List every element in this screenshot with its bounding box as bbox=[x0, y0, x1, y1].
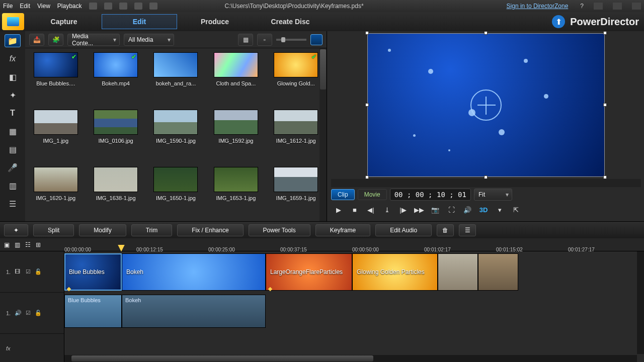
media-thumb[interactable]: IMG_1612-1.jpg bbox=[270, 110, 323, 162]
particle-room-icon[interactable]: ✦ bbox=[5, 88, 21, 102]
resize-handle-bc[interactable] bbox=[484, 175, 488, 179]
camera-icon[interactable]: 📷 bbox=[430, 205, 441, 215]
audio-clip[interactable]: Blue Bubbles bbox=[64, 295, 122, 328]
3d-dropdown-icon[interactable]: ▾ bbox=[494, 205, 505, 215]
center-crosshair-icon[interactable] bbox=[470, 89, 502, 121]
menu-view[interactable]: View bbox=[37, 3, 50, 10]
video-track-1-label[interactable]: 1.🎞 ☑ 🔓 bbox=[0, 251, 64, 293]
media-thumb[interactable]: ✔Blue Bubbles.... bbox=[29, 52, 82, 105]
fx-room-icon[interactable]: fx bbox=[5, 52, 21, 65]
menu-edit[interactable]: Edit bbox=[20, 3, 30, 10]
import-icon[interactable]: 📥 bbox=[29, 34, 44, 46]
video-clip[interactable]: Glowing Golden Particles bbox=[352, 253, 438, 291]
split-button[interactable]: Split bbox=[33, 224, 74, 236]
timeline-view-icon[interactable]: ▣ bbox=[4, 241, 10, 248]
close-icon[interactable] bbox=[632, 3, 641, 10]
thumb-zoom-slider[interactable] bbox=[276, 39, 306, 41]
timeline-vscroll[interactable] bbox=[637, 251, 644, 354]
video-clip[interactable]: Blue Bubbles bbox=[64, 253, 122, 291]
video-clip[interactable] bbox=[438, 253, 478, 291]
display-options-icon[interactable]: ⛶ bbox=[446, 205, 457, 215]
movie-mode-icon[interactable]: ⊞ bbox=[36, 241, 41, 248]
media-thumb[interactable]: IMG_1620-1.jpg bbox=[29, 167, 82, 219]
minimize-icon[interactable] bbox=[594, 3, 603, 10]
fix-enhance-button[interactable]: Fix / Enhance bbox=[177, 224, 243, 236]
volume-icon[interactable]: 🔊 bbox=[462, 205, 473, 215]
library-scrollbar[interactable] bbox=[319, 48, 327, 221]
title-room-icon[interactable]: T bbox=[5, 107, 21, 120]
subtitle-room-icon[interactable]: ☰ bbox=[5, 197, 21, 210]
audio-room-icon[interactable]: ▤ bbox=[5, 143, 21, 156]
mode-capture[interactable]: Capture bbox=[26, 15, 102, 29]
stop-icon[interactable]: ■ bbox=[349, 205, 360, 215]
signin-link[interactable]: Sign in to DirectorZone bbox=[507, 3, 569, 10]
plugin-icon[interactable]: 🧩 bbox=[48, 34, 63, 46]
magic-tools-button[interactable]: ✦ bbox=[4, 224, 28, 236]
resize-handle-tc[interactable] bbox=[484, 31, 488, 35]
trim-button[interactable]: Trim bbox=[131, 224, 173, 236]
track-visible-icon[interactable]: ☑ bbox=[26, 310, 31, 316]
playhead[interactable] bbox=[118, 245, 125, 252]
track-manager-icon[interactable]: ☷ bbox=[25, 241, 31, 248]
mode-produce[interactable]: Produce bbox=[177, 15, 253, 29]
preview-canvas[interactable] bbox=[367, 33, 605, 177]
menu-playback[interactable]: Playback bbox=[57, 3, 82, 10]
redo-icon[interactable] bbox=[119, 3, 127, 10]
pip-room-icon[interactable]: ◧ bbox=[5, 70, 21, 83]
fast-forward-icon[interactable]: ▶▶ bbox=[414, 205, 425, 215]
undo-icon[interactable] bbox=[104, 3, 112, 10]
media-thumb[interactable]: IMG_1592.jpg bbox=[209, 110, 262, 162]
prev-frame-icon[interactable]: ◀| bbox=[365, 205, 376, 215]
media-thumb[interactable]: ✔Glowing Gold... bbox=[270, 52, 323, 105]
track-lock-icon[interactable]: 🔓 bbox=[35, 310, 42, 316]
play-icon[interactable]: ▶ bbox=[333, 205, 344, 215]
take-snapshot-icon[interactable]: ⤓ bbox=[381, 205, 392, 215]
chapter-room-icon[interactable]: ▥ bbox=[5, 179, 21, 192]
resize-handle-tr[interactable] bbox=[603, 31, 607, 35]
preview-tab-clip[interactable]: Clip bbox=[331, 189, 355, 200]
large-thumb-icon[interactable] bbox=[310, 34, 323, 45]
timeline-hscroll[interactable] bbox=[64, 355, 637, 362]
preview-seekbar[interactable] bbox=[331, 179, 641, 187]
keyframe-button[interactable]: Keyframe bbox=[315, 224, 370, 236]
timeline-tracks[interactable]: Blue BubblesBokehLargeOrangeFlareParticl… bbox=[64, 251, 644, 362]
more-functions-icon[interactable]: ☰ bbox=[459, 224, 476, 236]
media-thumb[interactable]: IMG_1638-1.jpg bbox=[89, 167, 142, 219]
track-lock-icon[interactable]: 🔓 bbox=[35, 268, 42, 275]
grid-view-icon[interactable]: ▦ bbox=[238, 34, 253, 46]
fx-track-label[interactable]: fx bbox=[0, 334, 64, 362]
video-clip[interactable] bbox=[478, 253, 518, 291]
track-visible-icon[interactable]: ☑ bbox=[26, 268, 31, 275]
media-thumb[interactable]: Cloth and Spa... bbox=[209, 52, 262, 105]
mode-edit[interactable]: Edit bbox=[102, 14, 177, 29]
media-thumb[interactable]: IMG_1653-1.jpg bbox=[209, 167, 262, 219]
video-clip[interactable]: LargeOrangeFlareParticles bbox=[266, 253, 352, 291]
power-tools-button[interactable]: Power Tools bbox=[249, 224, 310, 236]
aspect-icon[interactable] bbox=[134, 3, 142, 10]
resize-handle-ml[interactable] bbox=[365, 103, 369, 107]
3d-icon[interactable]: 3D bbox=[478, 205, 489, 215]
edit-audio-button[interactable]: Edit Audio bbox=[375, 224, 432, 236]
storyboard-view-icon[interactable]: ▥ bbox=[15, 241, 20, 248]
modify-button[interactable]: Modify bbox=[79, 224, 126, 236]
mode-create-disc[interactable]: Create Disc bbox=[253, 15, 328, 29]
library-filter-dropdown[interactable]: Media Conte... bbox=[67, 34, 120, 46]
undock-icon[interactable]: ⇱ bbox=[510, 205, 521, 215]
upload-icon[interactable]: ⬆ bbox=[552, 15, 565, 28]
video-clip[interactable]: Bokeh bbox=[122, 253, 266, 291]
menu-file[interactable]: File bbox=[3, 3, 13, 10]
media-thumb[interactable]: IMG_0106.jpg bbox=[89, 110, 142, 162]
next-frame-icon[interactable]: |▶ bbox=[397, 205, 409, 215]
media-thumb[interactable]: IMG_1650-1.jpg bbox=[149, 167, 202, 219]
media-type-dropdown[interactable]: All Media bbox=[124, 34, 174, 46]
preview-tab-movie[interactable]: Movie bbox=[358, 189, 387, 200]
delete-icon[interactable]: 🗑 bbox=[437, 224, 454, 236]
voice-room-icon[interactable]: 🎤 bbox=[5, 161, 21, 174]
media-thumb[interactable]: IMG_1659-1.jpg bbox=[270, 167, 323, 219]
small-thumb-icon[interactable]: ▫ bbox=[257, 34, 272, 46]
zoom-fit-dropdown[interactable]: Fit bbox=[474, 189, 512, 201]
audio-clip[interactable]: Bokeh bbox=[122, 295, 266, 328]
transition-room-icon[interactable]: ▦ bbox=[5, 125, 21, 138]
save-icon[interactable] bbox=[89, 3, 97, 10]
resize-handle-mr[interactable] bbox=[603, 103, 607, 107]
